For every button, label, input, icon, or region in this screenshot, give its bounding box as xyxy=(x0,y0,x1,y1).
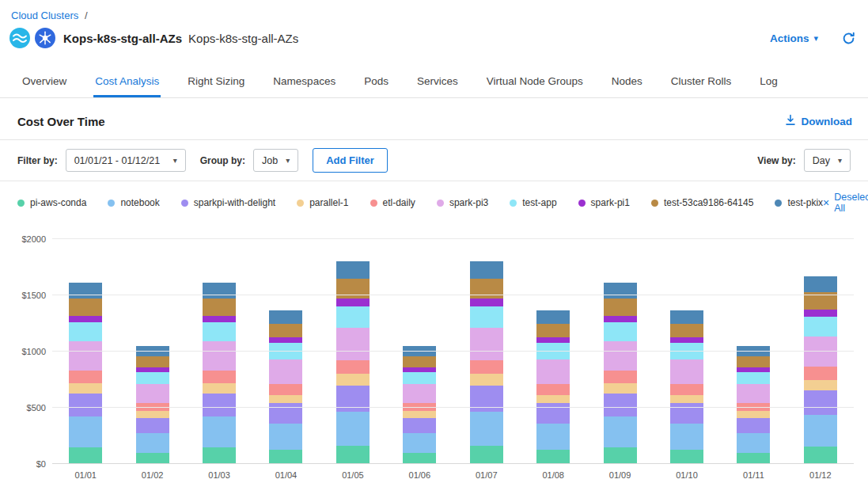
bar-segment-spark-pi3[interactable] xyxy=(336,328,370,360)
legend-item-notebook[interactable]: notebook xyxy=(108,197,159,208)
bar-segment-spark-pi1[interactable] xyxy=(336,299,370,306)
bar-segment-etl-daily[interactable] xyxy=(536,384,570,394)
bar-segment-etl-daily[interactable] xyxy=(470,360,503,375)
bar-segment-spark-pi3[interactable] xyxy=(269,359,302,384)
bar-segment-test-53ca9186-64145[interactable] xyxy=(536,324,570,338)
tab-nodes[interactable]: Nodes xyxy=(610,66,644,97)
cost-bar-01/05[interactable] xyxy=(336,239,370,464)
bar-segment-spark-pi3[interactable] xyxy=(670,359,703,384)
bar-segment-test-53ca9186-64145[interactable] xyxy=(203,299,236,315)
bar-segment-test-pkix[interactable] xyxy=(336,261,370,279)
bar-segment-spark-pi3[interactable] xyxy=(403,384,436,403)
bar-segment-spark-pi1[interactable] xyxy=(269,337,302,343)
bar-segment-parallel-1[interactable] xyxy=(604,383,637,394)
bar-segment-spark-pi3[interactable] xyxy=(203,341,236,371)
bar-segment-etl-daily[interactable] xyxy=(604,371,637,383)
bar-segment-test-app[interactable] xyxy=(403,372,436,385)
bar-segment-notebook[interactable] xyxy=(403,433,436,453)
legend-item-etl-daily[interactable]: etl-daily xyxy=(370,197,415,208)
bar-segment-parallel-1[interactable] xyxy=(203,383,236,394)
bar-segment-notebook[interactable] xyxy=(737,433,770,453)
date-range-select[interactable]: 01/01/21 - 01/12/21 ▾ xyxy=(66,149,186,172)
bar-segment-parallel-1[interactable] xyxy=(737,411,770,418)
refresh-icon[interactable] xyxy=(842,32,855,45)
add-filter-button[interactable]: Add Filter xyxy=(313,148,388,173)
cost-bar-01/12[interactable] xyxy=(804,239,837,464)
bar-segment-notebook[interactable] xyxy=(804,415,837,447)
bar-segment-pi-aws-conda[interactable] xyxy=(737,453,770,464)
legend-item-parallel-1[interactable]: parallel-1 xyxy=(297,197,348,208)
bar-segment-test-53ca9186-64145[interactable] xyxy=(403,356,436,367)
bar-segment-test-app[interactable] xyxy=(470,306,503,328)
bar-segment-pi-aws-conda[interactable] xyxy=(269,450,302,464)
bar-segment-test-53ca9186-64145[interactable] xyxy=(670,324,703,338)
cost-bar-01/03[interactable] xyxy=(203,239,236,464)
bar-segment-parallel-1[interactable] xyxy=(69,383,102,394)
bar-segment-test-app[interactable] xyxy=(203,322,236,341)
bar-segment-test-53ca9186-64145[interactable] xyxy=(269,324,302,338)
bar-segment-test-53ca9186-64145[interactable] xyxy=(604,299,637,315)
bar-segment-test-pkix[interactable] xyxy=(604,283,637,299)
bar-segment-pi-aws-conda[interactable] xyxy=(804,447,837,464)
bar-segment-test-pkix[interactable] xyxy=(203,283,236,299)
bar-segment-etl-daily[interactable] xyxy=(269,384,302,394)
bar-segment-test-53ca9186-64145[interactable] xyxy=(69,299,102,315)
bar-segment-pi-aws-conda[interactable] xyxy=(336,446,370,464)
bar-segment-test-app[interactable] xyxy=(336,306,370,328)
bar-segment-parallel-1[interactable] xyxy=(269,395,302,404)
bar-segment-parallel-1[interactable] xyxy=(336,374,370,385)
bar-segment-pi-aws-conda[interactable] xyxy=(136,453,169,464)
bar-segment-etl-daily[interactable] xyxy=(804,367,837,379)
bar-segment-sparkpi-with-delight[interactable] xyxy=(737,418,770,433)
tab-namespaces[interactable]: Namespaces xyxy=(271,66,337,97)
bar-segment-spark-pi3[interactable] xyxy=(536,359,570,384)
bar-segment-test-pkix[interactable] xyxy=(269,310,302,324)
bar-segment-spark-pi3[interactable] xyxy=(737,384,770,403)
legend-item-test-53ca9186-64145[interactable]: test-53ca9186-64145 xyxy=(651,197,753,208)
bar-segment-spark-pi1[interactable] xyxy=(470,299,503,306)
bar-segment-test-app[interactable] xyxy=(69,322,102,341)
bar-segment-etl-daily[interactable] xyxy=(670,384,703,394)
view-by-select[interactable]: Day ▾ xyxy=(804,149,851,172)
tab-right-sizing[interactable]: Right Sizing xyxy=(186,66,246,97)
bar-segment-pi-aws-conda[interactable] xyxy=(604,447,637,464)
bar-segment-etl-daily[interactable] xyxy=(203,371,236,383)
bar-segment-pi-aws-conda[interactable] xyxy=(69,447,102,464)
bar-segment-sparkpi-with-delight[interactable] xyxy=(604,394,637,417)
cost-bar-01/08[interactable] xyxy=(536,239,570,464)
bar-segment-notebook[interactable] xyxy=(269,424,302,450)
bar-segment-parallel-1[interactable] xyxy=(470,374,503,385)
legend-item-test-pkix[interactable]: test-pkix xyxy=(775,197,823,208)
tab-overview[interactable]: Overview xyxy=(21,66,68,97)
deselect-all-button[interactable]: × Deselect All xyxy=(823,192,868,214)
bar-segment-pi-aws-conda[interactable] xyxy=(203,447,236,464)
bar-segment-sparkpi-with-delight[interactable] xyxy=(804,390,837,415)
bar-segment-notebook[interactable] xyxy=(604,416,637,447)
bar-segment-pi-aws-conda[interactable] xyxy=(536,450,570,464)
legend-item-test-app[interactable]: test-app xyxy=(510,197,556,208)
tab-virtual-node-groups[interactable]: Virtual Node Groups xyxy=(485,66,585,97)
bar-segment-spark-pi1[interactable] xyxy=(670,337,703,343)
bar-segment-parallel-1[interactable] xyxy=(136,411,169,418)
bar-segment-test-pkix[interactable] xyxy=(470,261,503,279)
bar-segment-pi-aws-conda[interactable] xyxy=(670,450,703,464)
legend-item-spark-pi3[interactable]: spark-pi3 xyxy=(437,197,488,208)
bar-segment-spark-pi3[interactable] xyxy=(604,341,637,371)
tab-pods[interactable]: Pods xyxy=(362,66,390,97)
bar-segment-notebook[interactable] xyxy=(670,424,703,450)
bar-segment-parallel-1[interactable] xyxy=(536,395,570,404)
bar-segment-notebook[interactable] xyxy=(536,424,570,450)
tab-cluster-rolls[interactable]: Cluster Rolls xyxy=(669,66,733,97)
cost-bar-01/04[interactable] xyxy=(269,239,302,464)
bar-segment-spark-pi1[interactable] xyxy=(536,337,570,343)
bar-segment-sparkpi-with-delight[interactable] xyxy=(203,394,236,417)
bar-segment-notebook[interactable] xyxy=(203,416,236,447)
bar-segment-parallel-1[interactable] xyxy=(804,380,837,390)
bar-segment-notebook[interactable] xyxy=(470,412,503,446)
bar-segment-parallel-1[interactable] xyxy=(403,411,436,418)
tab-log[interactable]: Log xyxy=(758,66,779,97)
bar-segment-test-53ca9186-64145[interactable] xyxy=(136,356,169,367)
cost-bar-01/07[interactable] xyxy=(470,239,503,464)
bar-segment-notebook[interactable] xyxy=(136,433,169,453)
bar-segment-test-pkix[interactable] xyxy=(536,310,570,324)
